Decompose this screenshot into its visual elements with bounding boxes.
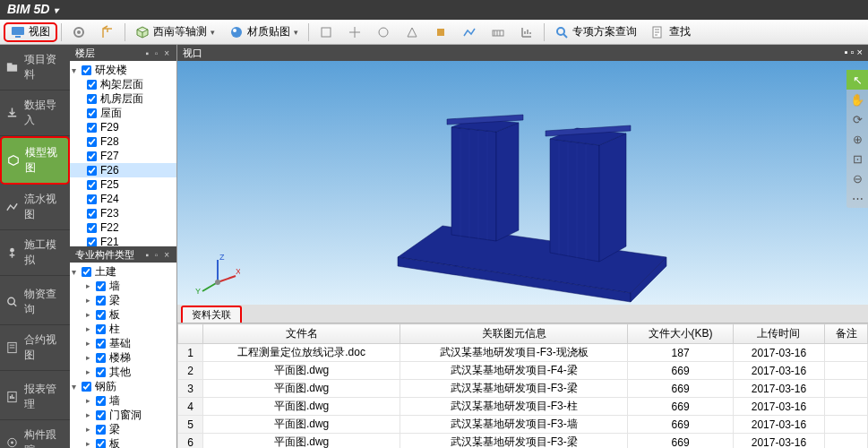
table-row[interactable]: 2平面图.dwg武汉某基地研发项目-F4-梁6692017-03-16	[178, 362, 868, 380]
tree-item[interactable]: 机房层面	[70, 91, 176, 106]
tree-item[interactable]: F29	[70, 120, 176, 134]
tree-item[interactable]: F26	[70, 163, 176, 177]
tree-checkbox[interactable]	[82, 381, 91, 391]
tree-checkbox[interactable]	[96, 366, 106, 376]
tool-misc-1[interactable]	[313, 22, 339, 42]
tree-item[interactable]: F23	[70, 206, 176, 220]
tree-item[interactable]: F24	[70, 192, 176, 206]
tree-checkbox[interactable]	[96, 338, 106, 348]
panel-controls[interactable]: ▪ ▫ ×	[146, 48, 172, 58]
tree-item[interactable]: 构架层面	[70, 77, 176, 91]
tree-item[interactable]: F21	[70, 235, 176, 246]
tree-checkbox[interactable]	[87, 93, 97, 103]
axon-button[interactable]: 西南等轴测 ▾	[129, 22, 221, 42]
table-header[interactable]	[178, 324, 203, 344]
tree-root[interactable]: ▾研发楼	[70, 63, 176, 77]
sidebar-item-8[interactable]: 构件跟踪	[0, 420, 70, 448]
tree-item[interactable]: ▸基础	[70, 336, 176, 350]
sidebar-item-4[interactable]: 施工模拟	[0, 230, 70, 276]
tool-misc-2[interactable]	[341, 22, 368, 42]
material-button[interactable]: 材质贴图 ▾	[223, 22, 305, 42]
tool-misc-8[interactable]	[513, 22, 540, 42]
table-row[interactable]: 5平面图.dwg武汉某基地研发项目-F3-墙6692017-03-16	[178, 416, 868, 434]
sidebar-item-1[interactable]: 数据导入	[0, 90, 70, 136]
tree-checkbox[interactable]	[87, 79, 97, 89]
tool-misc-7[interactable]	[485, 22, 511, 42]
scheme-button[interactable]: 专项方案查询	[548, 22, 643, 42]
tree-checkbox[interactable]	[87, 208, 97, 218]
tree-item[interactable]: F22	[70, 220, 176, 235]
tree-checkbox[interactable]	[87, 194, 97, 203]
tab-resource-link[interactable]: 资料关联	[181, 306, 242, 323]
sidebar-item-5[interactable]: 物资查询	[0, 280, 70, 325]
title-caret[interactable]: ▾	[51, 5, 58, 15]
tool-misc-4[interactable]	[399, 22, 425, 42]
tree-checkbox[interactable]	[96, 323, 106, 333]
tree-checkbox[interactable]	[96, 280, 106, 290]
tree-checkbox[interactable]	[87, 237, 97, 246]
tool-misc-6[interactable]	[456, 22, 483, 42]
vtool-zoom-out[interactable]: ⊖	[847, 168, 868, 188]
tree-checkbox[interactable]	[96, 295, 106, 305]
viewport-3d[interactable]: Z X Y ↖ ✋ ⟳ ⊕ ⊡ ⊖ ⋯	[177, 61, 868, 305]
sidebar-item-7[interactable]: 报表管理	[0, 375, 70, 420]
table-row[interactable]: 1工程测量定位放线记录.doc武汉某基地研发项目-F3-现浇板1872017-0…	[178, 344, 868, 362]
tree-item[interactable]: ▸门窗洞	[70, 408, 176, 422]
tree-checkbox[interactable]	[87, 122, 97, 132]
tree-item[interactable]: F28	[70, 134, 176, 149]
vtool-orbit[interactable]: ⟳	[847, 109, 868, 129]
table-row[interactable]: 3平面图.dwg武汉某基地研发项目-F3-梁6692017-03-16	[178, 380, 868, 398]
tree-item[interactable]: ▸梁	[70, 422, 176, 436]
tree-item[interactable]: ▸墙	[70, 393, 176, 408]
table-header[interactable]: 备注	[825, 324, 868, 344]
tool-crane-button[interactable]	[94, 22, 121, 42]
tree-checkbox[interactable]	[87, 222, 97, 232]
tree-item[interactable]: ▸板	[70, 436, 176, 448]
table-header[interactable]: 关联图元信息	[400, 324, 628, 344]
view-button[interactable]: 视图	[4, 22, 57, 42]
tree-checkbox[interactable]	[82, 65, 91, 74]
vtool-zoom-fit[interactable]: ⊡	[847, 149, 868, 168]
sidebar-item-0[interactable]: 项目资料	[0, 45, 70, 90]
tree-checkbox[interactable]	[96, 352, 106, 362]
tree-checkbox[interactable]	[87, 151, 97, 160]
vtool-select[interactable]: ↖	[847, 70, 868, 90]
tree-checkbox[interactable]	[96, 409, 106, 419]
table-row[interactable]: 6平面图.dwg武汉某基地研发项目-F3-梁6692017-03-16	[178, 434, 868, 449]
tree-checkbox[interactable]	[96, 424, 106, 434]
panel-controls[interactable]: ▪ ▫ ×	[845, 47, 863, 59]
tree-item[interactable]: ▸柱	[70, 322, 176, 336]
find-button[interactable]: 查找	[645, 22, 697, 42]
tree-group[interactable]: ▾土建	[70, 264, 176, 279]
table-header[interactable]: 文件大小(KB)	[628, 324, 734, 344]
tree-item[interactable]: ▸板	[70, 307, 176, 322]
tree-checkbox[interactable]	[96, 395, 106, 405]
tree-item[interactable]: ▸墙	[70, 279, 176, 293]
tree-group[interactable]: ▾钢筋	[70, 379, 176, 393]
vtool-pan[interactable]: ✋	[847, 90, 868, 109]
sidebar-item-6[interactable]: 合约视图	[0, 325, 70, 371]
table-header[interactable]: 文件名	[203, 324, 400, 344]
vtool-more[interactable]: ⋯	[847, 188, 868, 208]
tree-item[interactable]: ▸其他	[70, 365, 176, 379]
tree-item[interactable]: ▸楼梯	[70, 350, 176, 365]
tree-checkbox[interactable]	[87, 108, 97, 117]
tree-checkbox[interactable]	[87, 179, 97, 189]
tree-checkbox[interactable]	[82, 266, 91, 276]
sidebar-item-2[interactable]: 模型视图	[0, 136, 70, 185]
tree-item[interactable]: 屋面	[70, 106, 176, 120]
panel-controls[interactable]: ▪ ▫ ×	[146, 250, 172, 260]
tree-checkbox[interactable]	[96, 309, 106, 319]
tree-checkbox[interactable]	[87, 165, 97, 175]
tree-checkbox[interactable]	[96, 438, 106, 448]
tree-checkbox[interactable]	[87, 136, 97, 146]
tool-gear-button[interactable]	[65, 22, 92, 42]
tool-misc-3[interactable]	[370, 22, 397, 42]
table-row[interactable]: 4平面图.dwg武汉某基地研发项目-F3-柱6692017-03-16	[178, 398, 868, 416]
tree-item[interactable]: ▸梁	[70, 293, 176, 307]
vtool-zoom-in[interactable]: ⊕	[847, 129, 868, 149]
table-header[interactable]: 上传时间	[733, 324, 824, 344]
tool-misc-5[interactable]	[427, 22, 454, 42]
sidebar-item-3[interactable]: 流水视图	[0, 185, 70, 230]
tree-item[interactable]: F25	[70, 177, 176, 192]
